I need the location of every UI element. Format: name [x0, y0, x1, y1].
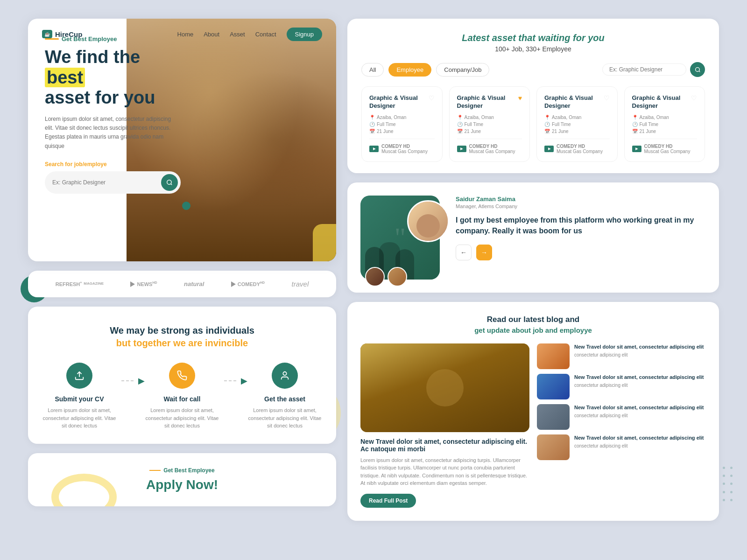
brand-comedy-tri — [231, 281, 236, 287]
blog-item-2: New Travel dolor sit amet, consectetur a… — [537, 404, 706, 430]
job-card-header-1: Graphic & Visual Designer ♥ — [457, 94, 522, 110]
testimonial-role: Manager, Atlems Company — [456, 203, 706, 209]
blog-item-1: New Travel dolor sit amet, consectetur a… — [537, 374, 706, 399]
company-logo-1: ▶ — [457, 146, 466, 152]
step-connector-2: ▶ — [219, 363, 247, 386]
job-card-header-0: Graphic & Visual Designer ♡ — [369, 94, 435, 110]
blog-main-desc: Lorem ipsum dolor sit amet, consectetur … — [360, 456, 529, 487]
job-cards-grid: Graphic & Visual Designer ♡ 📍 Azaiba, Om… — [361, 86, 705, 162]
hero-title-highlight: best — [45, 68, 85, 87]
testimonial-text: I got my best employee from this platfor… — [456, 215, 706, 236]
search-label: Search for job/employe — [45, 161, 181, 168]
testimonial-content: Saidur Zaman Saima Manager, Atlems Compa… — [456, 196, 706, 260]
connector-line-2 — [224, 380, 236, 381]
filter-tab-all[interactable]: All — [361, 63, 384, 77]
brand-news-tri — [130, 281, 135, 287]
job-card-location-2: 📍 Azaiba, Oman — [544, 115, 610, 120]
clock-icon-0: 🕐 — [369, 122, 375, 127]
job-card-location-1: 📍 Azaiba, Oman — [457, 115, 522, 120]
job-card-0: Graphic & Visual Designer ♡ 📍 Azaiba, Om… — [361, 86, 443, 162]
apply-badge-text: Get Best Employee — [163, 467, 214, 474]
hero-content: Get Best Employee We find the best asset… — [28, 19, 197, 208]
blog-item-text-2: New Travel dolor sit amet, consectetur a… — [574, 404, 704, 412]
company-logo-0: ▶ — [369, 146, 379, 152]
testimonial-main-avatar — [407, 200, 449, 242]
job-card-type-3: 🕐 Full Time — [632, 122, 698, 127]
filter-tab-companyjob[interactable]: Company/Job — [436, 63, 489, 77]
calendar-icon-0: 📅 — [369, 129, 375, 134]
step-get-asset: Get the asset Lorem ipsum dolor sit amet… — [247, 363, 322, 430]
brand-news: NEWSHD — [130, 281, 157, 287]
blog-item-text-3: New Travel dolor sit amet, consectetur a… — [574, 434, 704, 442]
testimonial-prev-btn[interactable]: ← — [456, 245, 472, 260]
la-subtitle: 100+ Job, 330+ Employee — [361, 45, 705, 53]
job-card-heart-0[interactable]: ♡ — [429, 94, 435, 102]
brand-travel: travel — [292, 280, 309, 288]
filter-tab-employee[interactable]: Employee — [388, 63, 431, 77]
blog-section: Read our latest blog and get update abou… — [347, 302, 719, 521]
blog-main-content: New Travel dolor sit amet, consectetur a… — [360, 432, 529, 508]
search-button[interactable] — [161, 174, 178, 191]
blog-main-title: New Travel dolor sit amet, consectetur a… — [360, 438, 529, 453]
job-card-date-2: 📅 21 June — [544, 129, 610, 134]
testimonial-next-btn[interactable]: → — [476, 245, 492, 260]
testimonial-image-block: " — [360, 196, 444, 280]
logo-icon: ☕ — [42, 30, 52, 38]
step-desc-0: Lorem ipsum dolor sit amet, consectetur … — [42, 406, 117, 430]
hero-description: Lorem ipsum dolor sit amet, consectetur … — [45, 115, 181, 151]
company-logo-2: ▶ — [544, 146, 554, 152]
step-desc-1: Lorem ipsum dolor sit amet, consectetur … — [145, 406, 219, 430]
connector-arrow-2: ▶ — [241, 376, 247, 386]
nav-asset[interactable]: Asset — [230, 31, 245, 38]
apply-badge: Get Best Employee — [42, 467, 322, 474]
nav-contact[interactable]: Contact — [255, 31, 276, 38]
job-card-date-1: 📅 21 June — [457, 129, 522, 134]
nav-about[interactable]: About — [204, 31, 219, 38]
testimonial-nav: ← → — [456, 245, 706, 260]
step-name-0: Submit your CV — [55, 395, 104, 403]
testimonial-small-avatars — [365, 267, 407, 287]
filter-search-input[interactable] — [602, 63, 686, 76]
search-bar — [45, 171, 181, 194]
job-card-2: Graphic & Visual Designer ♡ 📍 Azaiba, Om… — [536, 86, 618, 162]
filter-tabs: All Employee Company/Job — [361, 62, 705, 77]
brand-refresh: REFRESH+ MAGAZINE — [56, 281, 104, 287]
job-card-company-2: ▶ COMEDY HD Muscat Gas Company — [544, 139, 610, 154]
blog-item-image-1 — [537, 374, 570, 399]
testimonial-avatar-2 — [388, 267, 407, 287]
blog-main-item: New Travel dolor sit amet, consectetur a… — [360, 343, 529, 508]
blog-title: Read our latest blog and — [360, 315, 706, 324]
step-icon-person — [272, 363, 298, 389]
nav-signup[interactable]: Signup — [287, 28, 322, 41]
blog-read-button[interactable]: Read Full Post — [360, 494, 416, 508]
step-icon-upload — [66, 363, 92, 389]
job-card-heart-1[interactable]: ♥ — [518, 94, 522, 102]
hero-title-suffix: asset for you — [45, 88, 155, 107]
right-panel: Latest asset that waiting for you 100+ J… — [347, 19, 719, 521]
nav-home[interactable]: Home — [177, 31, 194, 38]
step-desc-2: Lorem ipsum dolor sit amet, consectetur … — [247, 406, 322, 430]
job-card-title-0: Graphic & Visual Designer — [369, 94, 429, 110]
la-title: Latest asset that waiting for you — [361, 33, 705, 43]
job-card-1: Graphic & Visual Designer ♥ 📍 Azaiba, Om… — [449, 86, 530, 162]
testimonial-avatar-1 — [365, 267, 385, 287]
apply-teaser: Get Best Employee Apply Now! — [28, 453, 336, 506]
job-card-header-2: Graphic & Visual Designer ♡ — [544, 94, 610, 110]
search-input[interactable] — [52, 179, 157, 186]
job-card-company-1: ▶ COMEDY HD Muscat Gas Company — [457, 139, 522, 154]
blog-right-list: New Travel dolor sit amet, consectetur a… — [537, 343, 706, 508]
testimonial-name: Saidur Zaman Saima — [456, 196, 706, 203]
job-card-heart-2[interactable]: ♡ — [604, 94, 610, 102]
blog-item-image-2 — [537, 404, 570, 430]
filter-search-button[interactable] — [690, 62, 705, 77]
hero-nav: ☕ HireCup Home About Asset Contact Signu… — [28, 30, 336, 38]
step-connector-1: ▶ — [117, 363, 145, 386]
logo-text: HireCup — [55, 30, 82, 38]
blog-item-text-1: New Travel dolor sit amet, consectetur a… — [574, 374, 704, 381]
hero-card: ☕ HireCup Home About Asset Contact Signu… — [28, 19, 336, 261]
job-card-heart-3[interactable]: ♡ — [691, 94, 697, 102]
step-icon-phone — [169, 363, 195, 389]
brand-natural: natural — [184, 280, 204, 287]
hero-title-prefix: We find the — [45, 47, 140, 67]
steps-title: We may be strong as individuals — [42, 325, 322, 336]
